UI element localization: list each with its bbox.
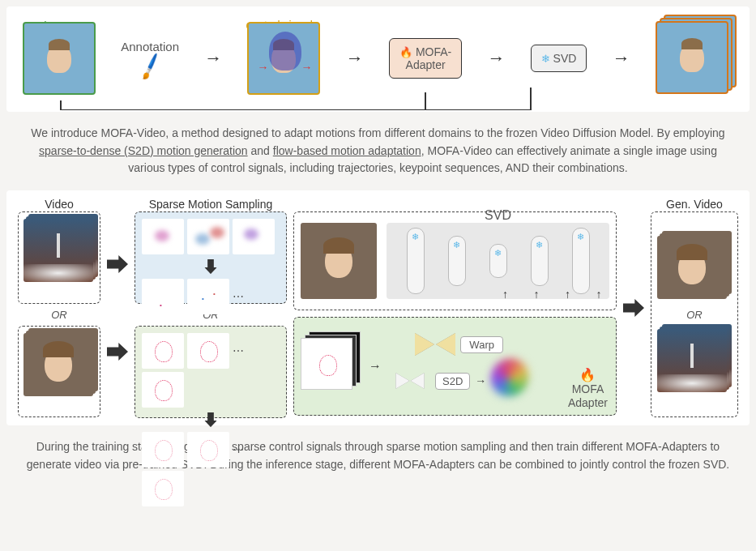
snowflake-icon: ❄ xyxy=(494,248,502,258)
caption-underline: flow-based motion adaptation xyxy=(273,144,421,157)
arrow-icon xyxy=(107,343,128,361)
input-image xyxy=(23,22,96,95)
snowflake-icon: ❄ xyxy=(412,232,419,242)
s2d-encoder xyxy=(396,373,425,389)
first-frame-image xyxy=(301,223,377,299)
mofa-adapter-label: MOFA- Adapter xyxy=(406,45,452,71)
arrow-icon: → xyxy=(346,48,364,69)
snowflake-icon: ❄ xyxy=(453,240,460,250)
gen-video-panel: Gen. Video OR xyxy=(651,211,738,417)
mofa-adapter-label: 🔥 MOFA Adapter xyxy=(568,367,608,410)
warp-label: Warp xyxy=(460,336,503,353)
arrow-down-icon xyxy=(204,259,216,274)
sparse-motion-panel-flow: Sparse Motion Sampling • •• ⋯ • xyxy=(135,211,287,304)
feature-stack xyxy=(301,336,361,396)
warp-encoder xyxy=(415,333,455,356)
connector-line xyxy=(60,109,530,111)
snowflake-icon: ❄ xyxy=(541,53,550,65)
caption-text: and xyxy=(248,144,273,157)
snowflake-icon: ❄ xyxy=(577,232,584,242)
video-label: Video xyxy=(45,198,74,211)
flow-field xyxy=(491,362,525,396)
svd-unet: SVD ❄ ❄ ❄ ❄ ❄ ↑ ↑ ↑ ↑ xyxy=(387,223,609,299)
arrow-icon: → xyxy=(613,48,630,69)
video-input-panel-2 xyxy=(18,326,100,418)
mofa-adapter-panel: → Warp S2D → 🔥 MOFA Adapte xyxy=(293,317,617,416)
arrow-icon: → xyxy=(369,359,382,374)
annotation-step: Annotation 🖌️ xyxy=(121,40,179,78)
arrow-icon xyxy=(623,299,644,317)
svd-unet-label: SVD xyxy=(485,208,511,223)
gen-video-label: Gen. Video xyxy=(666,198,723,211)
snowflake-icon: ❄ xyxy=(536,240,543,250)
fire-icon: 🔥 xyxy=(568,367,608,382)
arrow-icon xyxy=(107,255,128,273)
arrow-icon: → xyxy=(204,48,222,69)
arrow-icon: → xyxy=(487,48,505,69)
pipeline-diagram-top: Image Annotation 🖌️ → control signals → … xyxy=(6,6,750,112)
svd-label: SVD xyxy=(553,52,577,65)
control-signals-image: → → xyxy=(247,22,320,95)
connector-line xyxy=(425,92,426,110)
sparse-sampling-label: Sparse Motion Sampling xyxy=(149,198,273,211)
connector-line xyxy=(530,88,532,110)
arrow-down-icon xyxy=(204,412,216,427)
sparse-motion-panel-landmark: ⋯ ⋯ xyxy=(135,326,287,418)
caption-underline: sparse-to-dense (S2D) motion generation xyxy=(39,144,248,157)
or-label: OR xyxy=(686,309,703,321)
output-video-stack xyxy=(656,19,733,97)
caption-1: We introduce MOFA-Video, a method design… xyxy=(0,118,756,184)
caption-2: During the training stage, we generate s… xyxy=(0,432,756,480)
architecture-diagram: Video OR Sparse Motion Sampling xyxy=(6,190,750,425)
arrow-icon: → xyxy=(475,374,486,387)
adapter-text: MOFA Adapter xyxy=(568,382,608,409)
mofa-adapter-box: 🔥 MOFA- Adapter xyxy=(389,38,462,79)
caption-text: We introduce MOFA-Video, a method design… xyxy=(31,126,724,139)
svd-unet-panel: First Frame SVD ❄ ❄ ❄ ❄ ❄ ↑ ↑ ↑ ↑ xyxy=(293,211,617,310)
svd-box: ❄ SVD xyxy=(531,45,587,72)
connector-line xyxy=(60,100,62,110)
video-input-panel-1: Video xyxy=(18,211,100,304)
or-label: OR xyxy=(18,309,100,321)
s2d-label: S2D xyxy=(435,373,470,390)
fire-icon: 🔥 xyxy=(399,46,412,58)
